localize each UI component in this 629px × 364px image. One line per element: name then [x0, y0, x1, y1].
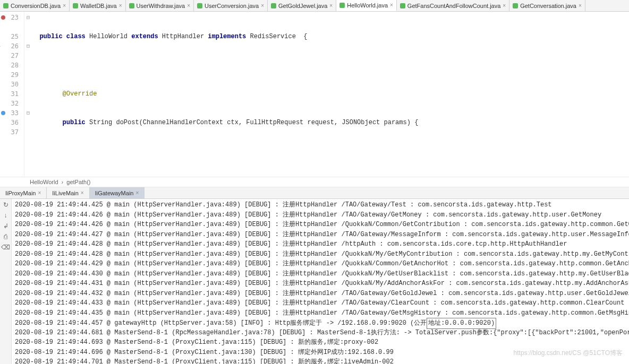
file-icon: [129, 3, 134, 8]
close-icon[interactable]: ×: [63, 3, 66, 8]
breadcrumb-sep: ›: [62, 179, 64, 185]
file-icon: [339, 3, 345, 8]
editor-tab[interactable]: UserConversion.java×: [194, 0, 268, 11]
file-icon: [197, 3, 202, 8]
file-icon: [513, 3, 518, 8]
close-icon[interactable]: ×: [187, 3, 190, 8]
close-icon[interactable]: ×: [261, 3, 264, 8]
log-line: 2020-08-19 21:49:44.426 @ main (HttpServ…: [15, 220, 626, 230]
fold-column: ⊟⊟⊟: [24, 12, 32, 177]
breadcrumb-method[interactable]: getPath(): [66, 179, 90, 185]
log-line-highlighted: 2020-08-19 21:49:44.457 @ gatewayHttp (H…: [15, 318, 626, 328]
close-icon[interactable]: ×: [329, 3, 333, 8]
file-icon: [271, 3, 276, 8]
breadcrumb-class[interactable]: HelloWorld: [30, 179, 58, 185]
tab-label: GetConversation.java: [520, 3, 576, 9]
log-line: 2020-08-19 21:49:44.432 @ main (HttpServ…: [15, 289, 626, 299]
tab-label: UserWithdraw.java: [137, 3, 185, 9]
log-line: 2020-08-19 21:49:44.696 @ MasterSend-8-1…: [15, 348, 626, 358]
close-icon[interactable]: ×: [503, 3, 506, 8]
editor-tab[interactable]: GetFansCountAndFollowCount.java×: [397, 0, 509, 11]
log-line: 2020-08-19 21:49:44.426 @ main (HttpServ…: [15, 210, 626, 220]
file-icon: [400, 3, 405, 8]
rerun-icon[interactable]: ↻: [2, 201, 10, 209]
run-tab[interactable]: IiGatewayMain×: [90, 187, 145, 198]
log-line: 2020-08-19 21:49:44.693 @ MasterSend-8-1…: [15, 337, 626, 348]
run-tab-label: IiGatewayMain: [95, 190, 134, 196]
log-line: 2020-08-19 21:49:44.431 @ main (HttpServ…: [15, 279, 626, 289]
close-icon[interactable]: ×: [81, 190, 84, 196]
close-icon[interactable]: ×: [119, 3, 122, 8]
wrap-icon[interactable]: ↲: [2, 222, 10, 230]
highlight-box: 地址:0.0.0.0:9020): [427, 318, 496, 329]
tab-label: HelloWorld.java: [347, 2, 388, 8]
editor-tab[interactable]: GetConversation.java×: [509, 0, 585, 11]
editor-tab[interactable]: GetGoldJewel.java×: [268, 0, 336, 11]
code-area[interactable]: public class HelloWorld extends HttpHand…: [32, 12, 629, 177]
log-line: 2020-08-19 21:49:44.429 @ main (HttpServ…: [15, 259, 626, 269]
tab-label: GetFansCountAndFollowCount.java: [407, 3, 500, 9]
tab-label: ConversionDB.java: [11, 3, 61, 9]
run-panel-tabs: IiProxyMain×IiLiveMain×IiGatewayMain×: [0, 187, 629, 199]
file-icon: [73, 3, 78, 8]
log-line: 2020-08-19 21:49:44.428 @ main (HttpServ…: [15, 249, 626, 259]
tab-label: GetGoldJewel.java: [278, 3, 327, 9]
log-line: 2020-08-19 21:49:44.701 @ MasterSend-8-1…: [15, 357, 626, 364]
log-line: 2020-08-19 21:49:44.428 @ main (HttpServ…: [15, 239, 626, 249]
breadcrumb[interactable]: HelloWorld › getPath(): [0, 177, 629, 187]
code-editor: 232526272829303132333637 ⊟⊟⊟ public clas…: [0, 12, 629, 177]
run-tab-label: IiLiveMain: [52, 190, 79, 196]
close-icon[interactable]: ×: [38, 190, 41, 196]
editor-tabs: ConversionDB.java×WalletDB.java×UserWith…: [0, 0, 629, 12]
close-icon[interactable]: ×: [135, 190, 139, 196]
editor-tab[interactable]: HelloWorld.java×: [336, 0, 397, 11]
editor-tab[interactable]: ConversionDB.java×: [0, 0, 70, 11]
log-line: 2020-08-19 21:49:44.427 @ main (HttpServ…: [15, 230, 626, 240]
console-output[interactable]: 2020-08-19 21:49:44.425 @ main (HttpServ…: [12, 199, 629, 364]
console-wrap: ↻ ↓ ↲ ⎙ ⌫ 2020-08-19 21:49:44.425 @ main…: [0, 199, 629, 364]
clear-icon[interactable]: ⌫: [2, 244, 10, 251]
log-line: 2020-08-19 21:49:44.425 @ main (HttpServ…: [15, 200, 626, 210]
run-tab[interactable]: IiProxyMain×: [0, 187, 47, 198]
run-tab[interactable]: IiLiveMain×: [47, 187, 89, 198]
tab-label: UserConversion.java: [205, 3, 259, 9]
tab-label: WalletDB.java: [80, 3, 117, 9]
log-line: 2020-08-19 21:49:44.681 @ MasterSend-8-1…: [15, 328, 626, 338]
log-line: 2020-08-19 21:49:44.430 @ main (HttpServ…: [15, 269, 626, 279]
editor-tab[interactable]: WalletDB.java×: [70, 0, 126, 11]
console-toolbar: ↻ ↓ ↲ ⎙ ⌫: [0, 199, 12, 364]
close-icon[interactable]: ×: [579, 3, 582, 8]
scroll-icon[interactable]: ↓: [2, 212, 10, 219]
log-line: 2020-08-19 21:49:44.433 @ main (HttpServ…: [15, 298, 626, 308]
run-tab-label: IiProxyMain: [5, 190, 36, 196]
print-icon[interactable]: ⎙: [2, 233, 10, 240]
close-icon[interactable]: ×: [390, 2, 393, 8]
editor-tab[interactable]: UserWithdraw.java×: [126, 0, 194, 11]
line-gutter: 232526272829303132333637: [0, 12, 24, 177]
log-line: 2020-08-19 21:49:44.435 @ main (HttpServ…: [15, 308, 626, 318]
file-icon: [3, 3, 8, 8]
